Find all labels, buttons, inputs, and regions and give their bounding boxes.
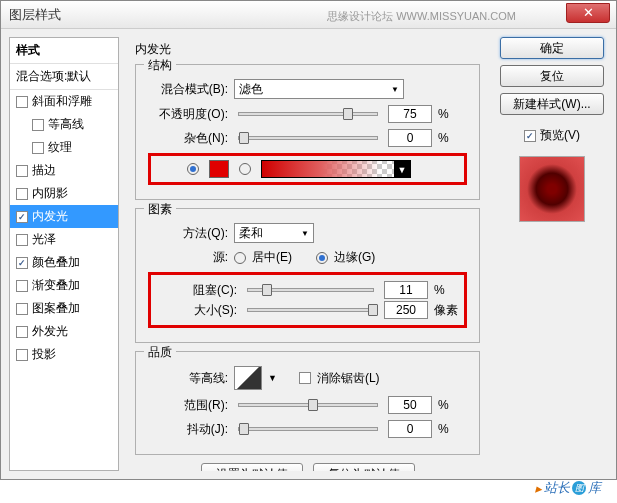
main-panel: 内发光 结构 混合模式(B): 滤色 不透明度(O): % 杂色(N): (127, 37, 488, 471)
sidebar: 样式 混合选项:默认 斜面和浮雕 等高线 纹理 描边 内阴影 内发光 光泽 颜色… (9, 37, 119, 471)
slider-thumb[interactable] (239, 423, 249, 435)
noise-slider[interactable] (238, 136, 378, 140)
checkbox-icon[interactable] (16, 303, 28, 315)
opacity-slider[interactable] (238, 112, 378, 116)
sidebar-item-color-overlay[interactable]: 颜色叠加 (10, 251, 118, 274)
fieldset-structure: 结构 混合模式(B): 滤色 不透明度(O): % 杂色(N): % (135, 64, 480, 200)
checkbox-icon[interactable] (16, 96, 28, 108)
opacity-input[interactable] (388, 105, 432, 123)
dialog-body: 样式 混合选项:默认 斜面和浮雕 等高线 纹理 描边 内阴影 内发光 光泽 颜色… (1, 29, 616, 479)
size-label: 大小(S): (157, 302, 237, 319)
checkbox-icon[interactable] (16, 349, 28, 361)
highlight-size-rows: 阻塞(C): % 大小(S): 像素 (148, 272, 467, 328)
checkbox-icon[interactable] (16, 188, 28, 200)
choke-slider[interactable] (247, 288, 374, 292)
page-title: 内发光 (135, 41, 480, 58)
sidebar-item-satin[interactable]: 光泽 (10, 228, 118, 251)
size-input[interactable] (384, 301, 428, 319)
gradient-picker[interactable] (261, 160, 411, 178)
source-edge-radio[interactable] (316, 252, 328, 264)
size-slider[interactable] (247, 308, 374, 312)
blend-mode-select[interactable]: 滤色 (234, 79, 404, 99)
color-swatch[interactable] (209, 160, 229, 178)
sidebar-blend-options[interactable]: 混合选项:默认 (10, 64, 118, 90)
sidebar-item-outer-glow[interactable]: 外发光 (10, 320, 118, 343)
sidebar-item-contour[interactable]: 等高线 (10, 113, 118, 136)
slider-thumb[interactable] (262, 284, 272, 296)
sidebar-item-inner-shadow[interactable]: 内阴影 (10, 182, 118, 205)
reset-default-button[interactable]: 复位为默认值 (313, 463, 415, 471)
checkbox-icon[interactable] (16, 165, 28, 177)
set-default-button[interactable]: 设置为默认值 (201, 463, 303, 471)
choke-label: 阻塞(C): (157, 282, 237, 299)
layer-style-dialog: 图层样式 思缘设计论坛 WWW.MISSYUAN.COM ✕ 样式 混合选项:默… (0, 0, 617, 480)
legend-quality: 品质 (144, 344, 176, 361)
method-select[interactable]: 柔和 (234, 223, 314, 243)
legend-structure: 结构 (144, 57, 176, 74)
watermark-bottom: ▸站长图库 (535, 479, 601, 497)
sidebar-item-gradient-overlay[interactable]: 渐变叠加 (10, 274, 118, 297)
checkbox-icon[interactable] (32, 119, 44, 131)
checkbox-icon[interactable] (32, 142, 44, 154)
fieldset-elements: 图素 方法(Q): 柔和 源: 居中(E) 边缘(G) 阻塞(C): (135, 208, 480, 343)
opacity-label: 不透明度(O): (148, 106, 228, 123)
blend-mode-label: 混合模式(B): (148, 81, 228, 98)
new-style-button[interactable]: 新建样式(W)... (500, 93, 604, 115)
preview-checkbox[interactable] (524, 130, 536, 142)
right-panel: 确定 复位 新建样式(W)... 预览(V) (496, 37, 608, 471)
sidebar-item-texture[interactable]: 纹理 (10, 136, 118, 159)
jitter-label: 抖动(J): (148, 421, 228, 438)
gradient-radio[interactable] (239, 163, 251, 175)
jitter-slider[interactable] (238, 427, 378, 431)
range-input[interactable] (388, 396, 432, 414)
sidebar-item-bevel[interactable]: 斜面和浮雕 (10, 90, 118, 113)
contour-picker[interactable] (234, 366, 262, 390)
sidebar-item-pattern-overlay[interactable]: 图案叠加 (10, 297, 118, 320)
ok-button[interactable]: 确定 (500, 37, 604, 59)
close-button[interactable]: ✕ (566, 3, 610, 23)
checkbox-icon[interactable] (16, 211, 28, 223)
source-label: 源: (148, 249, 228, 266)
checkbox-icon[interactable] (16, 234, 28, 246)
contour-label: 等高线: (148, 370, 228, 387)
slider-thumb[interactable] (368, 304, 378, 316)
source-center-radio[interactable] (234, 252, 246, 264)
jitter-input[interactable] (388, 420, 432, 438)
highlight-color-row (148, 153, 467, 185)
watermark-top: 思缘设计论坛 WWW.MISSYUAN.COM (327, 9, 516, 24)
sidebar-item-stroke[interactable]: 描边 (10, 159, 118, 182)
preview-label: 预览(V) (540, 127, 580, 144)
legend-elements: 图素 (144, 201, 176, 218)
antialias-checkbox[interactable] (299, 372, 311, 384)
preview-swatch (519, 156, 585, 222)
footer-buttons: 设置为默认值 复位为默认值 (135, 463, 480, 471)
cancel-button[interactable]: 复位 (500, 65, 604, 87)
range-slider[interactable] (238, 403, 378, 407)
choke-input[interactable] (384, 281, 428, 299)
window-title: 图层样式 (9, 6, 61, 24)
titlebar: 图层样式 思缘设计论坛 WWW.MISSYUAN.COM ✕ (1, 1, 616, 29)
sidebar-item-drop-shadow[interactable]: 投影 (10, 343, 118, 366)
checkbox-icon[interactable] (16, 326, 28, 338)
slider-thumb[interactable] (239, 132, 249, 144)
range-label: 范围(R): (148, 397, 228, 414)
sidebar-item-inner-glow[interactable]: 内发光 (10, 205, 118, 228)
method-label: 方法(Q): (148, 225, 228, 242)
noise-input[interactable] (388, 129, 432, 147)
fieldset-quality: 品质 等高线: ▼ 消除锯齿(L) 范围(R): % 抖动(J): (135, 351, 480, 455)
slider-thumb[interactable] (308, 399, 318, 411)
noise-label: 杂色(N): (148, 130, 228, 147)
checkbox-icon[interactable] (16, 257, 28, 269)
checkbox-icon[interactable] (16, 280, 28, 292)
sidebar-header: 样式 (10, 38, 118, 64)
color-radio[interactable] (187, 163, 199, 175)
slider-thumb[interactable] (343, 108, 353, 120)
